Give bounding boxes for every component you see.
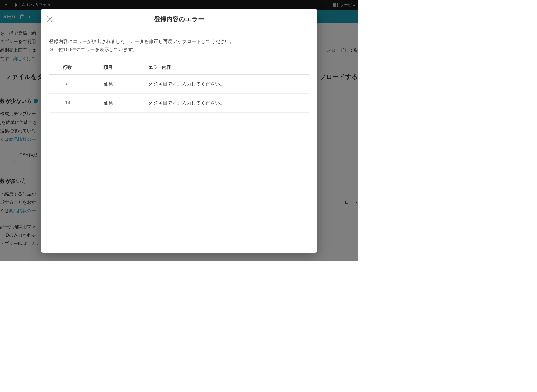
modal-description: 登録内容にエラーが検出されました。データを修正し再度アップロードしてください。 …: [49, 38, 309, 54]
modal-title: 登録内容のエラー: [46, 15, 312, 23]
col-field: 項目: [99, 61, 144, 75]
cell-message: 必須項目です。入力してください。: [144, 74, 309, 93]
table-row: 14価格必須項目です。入力してください。: [49, 93, 309, 112]
table-row: 7価格必須項目です。入力してください。: [49, 74, 309, 93]
cell-field: 価格: [99, 93, 144, 112]
cell-message: 必須項目です。入力してください。: [144, 93, 309, 112]
modal-body: 登録内容にエラーが検出されました。データを修正し再度アップロードしてください。 …: [41, 30, 317, 121]
cell-field: 価格: [99, 74, 144, 93]
cell-row: 7: [49, 74, 99, 93]
close-button[interactable]: [46, 16, 53, 23]
col-message: エラー内容: [144, 61, 309, 75]
table-header-row: 行数 項目 エラー内容: [49, 61, 309, 75]
cell-row: 14: [49, 93, 99, 112]
error-table: 行数 項目 エラー内容 7価格必須項目です。入力してください。14価格必須項目で…: [49, 61, 309, 113]
modal-overlay[interactable]: 登録内容のエラー 登録内容にエラーが検出されました。データを修正し再度アップロー…: [0, 0, 358, 261]
col-row: 行数: [49, 61, 99, 75]
modal-header: 登録内容のエラー: [41, 9, 317, 30]
error-modal: 登録内容のエラー 登録内容にエラーが検出されました。データを修正し再度アップロー…: [41, 9, 317, 253]
